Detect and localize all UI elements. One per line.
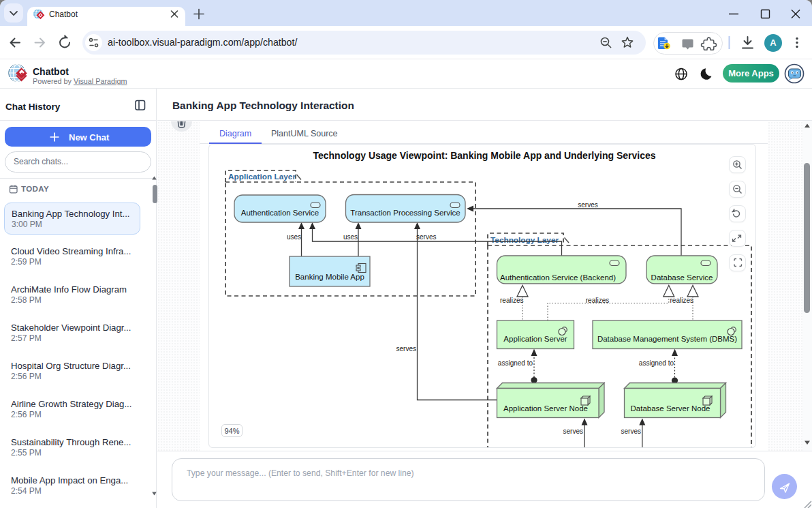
svg-text:Chatbot: Chatbot [49,10,78,19]
